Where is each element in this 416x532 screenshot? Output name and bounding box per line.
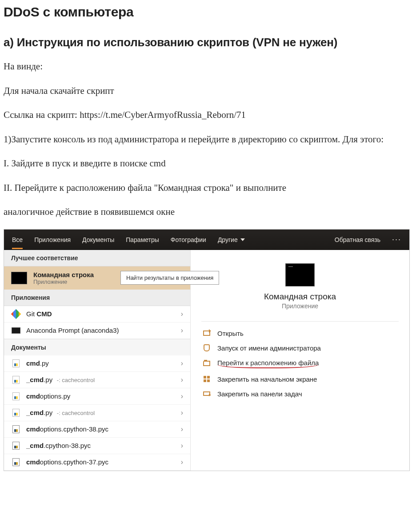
results-column: Лучшее соответствие Командная строка При… <box>4 250 191 471</box>
terminal-icon <box>12 327 20 334</box>
best-match-subtitle: Приложение <box>33 278 94 285</box>
git-icon <box>11 309 21 319</box>
preview-column: Командная строка Приложение Открыть Запу… <box>191 250 409 471</box>
tab-photos[interactable]: Фотографии <box>171 236 206 243</box>
action-goto-file-location[interactable]: Перейти к расположению файла <box>201 355 399 372</box>
feedback-link[interactable]: Обратная связь <box>335 236 380 243</box>
paragraph: I. Зайдите в пуск и введите в поиске cmd <box>4 156 412 171</box>
article-h2: а) Инструкция по использованию скриптов … <box>4 36 412 49</box>
search-tab-bar: Все Приложения Документы Параметры Фотог… <box>4 230 409 250</box>
doc-row[interactable]: cmd.py› <box>4 355 190 372</box>
action-run-as-admin[interactable]: Запуск от имени администратора <box>201 341 399 355</box>
doc-row[interactable]: cmdoptions.cpython-38.pyc› <box>4 421 190 438</box>
doc-row[interactable]: _cmd.py -: cachecontrol› <box>4 405 190 421</box>
action-pin-to-start[interactable]: Закрепить на начальном экране <box>201 372 399 387</box>
chevron-right-icon: › <box>181 359 183 367</box>
paragraph: 1)Запустите консоль из под администратор… <box>4 132 412 147</box>
preview-block: Командная строка Приложение <box>201 263 399 310</box>
paragraph-link: Ссылка на скрипт: https://t.me/CyberArmy… <box>4 108 412 122</box>
chevron-down-icon <box>240 238 245 241</box>
chevron-right-icon: › <box>181 442 183 450</box>
tab-params[interactable]: Параметры <box>126 236 159 243</box>
action-open[interactable]: Открыть <box>201 326 399 341</box>
pin-start-icon <box>204 376 210 382</box>
doc-row[interactable]: cmdoptions.py› <box>4 388 190 405</box>
chevron-right-icon: › <box>181 409 183 417</box>
doc-row[interactable]: _cmd.py -: cachecontrol› <box>4 372 190 388</box>
preview-title: Командная строка <box>201 292 399 302</box>
search-tooltip: Найти результаты в приложения <box>120 271 219 285</box>
best-match-row[interactable]: Командная строка Приложение Найти резуль… <box>4 266 190 290</box>
apps-header: Приложения <box>4 290 190 306</box>
python-file-icon <box>12 409 20 417</box>
chevron-right-icon: › <box>181 326 183 335</box>
preview-subtitle: Приложение <box>201 302 399 310</box>
tab-other[interactable]: Другие <box>218 236 245 243</box>
pyc-file-icon <box>12 425 20 433</box>
doc-row[interactable]: cmdoptions.cpython-37.pyc› <box>4 454 190 471</box>
more-icon[interactable]: ··· <box>392 235 401 244</box>
chevron-right-icon: › <box>181 392 183 400</box>
python-file-icon <box>12 376 20 384</box>
shield-icon <box>204 344 210 351</box>
app-row-git-cmd[interactable]: Git CMD › <box>4 306 190 322</box>
pyc-file-icon <box>12 442 20 450</box>
paragraph: На винде: <box>4 59 412 74</box>
paragraph: Для начала скачайте скрипт <box>4 84 412 98</box>
chevron-right-icon: › <box>181 310 183 318</box>
action-pin-to-taskbar[interactable]: Закрепить на панели задач <box>201 387 399 401</box>
python-file-icon <box>12 392 20 400</box>
docs-header: Документы <box>4 339 190 355</box>
folder-icon <box>203 361 210 366</box>
pin-taskbar-icon <box>203 391 210 396</box>
python-file-icon <box>12 359 20 367</box>
article-h1: DDoS с компьютера <box>4 4 412 20</box>
tab-all[interactable]: Все <box>12 236 23 249</box>
best-match-title: Командная строка <box>33 271 94 278</box>
app-row-anaconda[interactable]: Anaconda Prompt (anaconda3) › <box>4 322 190 339</box>
search-body: Лучшее соответствие Командная строка При… <box>4 250 409 471</box>
chevron-right-icon: › <box>181 458 183 466</box>
paragraph: аналогичное действие в появившемся окне <box>4 205 412 219</box>
pyc-file-icon <box>12 458 20 466</box>
chevron-right-icon: › <box>181 376 183 384</box>
chevron-right-icon: › <box>181 425 183 433</box>
best-match-header: Лучшее соответствие <box>4 250 190 266</box>
tab-docs[interactable]: Документы <box>82 236 114 243</box>
cmd-icon <box>285 263 315 286</box>
cmd-icon <box>11 272 27 284</box>
doc-row[interactable]: _cmd.cpython-38.pyc› <box>4 438 190 454</box>
open-icon <box>203 330 210 336</box>
windows-search-window: Все Приложения Документы Параметры Фотог… <box>4 229 410 471</box>
tab-apps[interactable]: Приложения <box>34 236 71 243</box>
paragraph: II. Перейдите к расположению файла "Кома… <box>4 181 412 195</box>
